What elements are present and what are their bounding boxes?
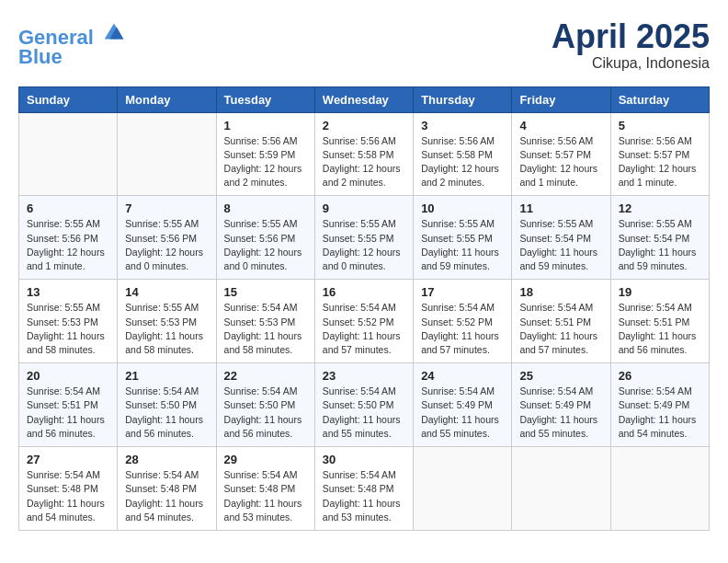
calendar-week-row: 1Sunrise: 5:56 AM Sunset: 5:59 PM Daylig… — [19, 112, 710, 196]
calendar-cell: 12Sunrise: 5:55 AM Sunset: 5:54 PM Dayli… — [610, 196, 709, 280]
calendar-cell: 6Sunrise: 5:55 AM Sunset: 5:56 PM Daylig… — [19, 196, 118, 280]
calendar-cell: 21Sunrise: 5:54 AM Sunset: 5:50 PM Dayli… — [118, 363, 216, 447]
day-number: 24 — [421, 369, 504, 383]
calendar-cell — [19, 112, 118, 196]
calendar-cell: 1Sunrise: 5:56 AM Sunset: 5:59 PM Daylig… — [216, 112, 314, 196]
day-info: Sunrise: 5:54 AM Sunset: 5:51 PM Dayligh… — [27, 385, 109, 441]
day-number: 22 — [224, 369, 307, 383]
day-info: Sunrise: 5:55 AM Sunset: 5:54 PM Dayligh… — [519, 217, 602, 273]
day-info: Sunrise: 5:54 AM Sunset: 5:48 PM Dayligh… — [224, 468, 307, 524]
day-number: 13 — [27, 285, 109, 299]
day-info: Sunrise: 5:55 AM Sunset: 5:56 PM Dayligh… — [27, 217, 109, 273]
calendar-cell: 4Sunrise: 5:56 AM Sunset: 5:57 PM Daylig… — [512, 112, 610, 196]
day-number: 27 — [27, 453, 109, 466]
calendar-cell: 30Sunrise: 5:54 AM Sunset: 5:48 PM Dayli… — [314, 447, 413, 531]
day-number: 11 — [519, 201, 602, 215]
logo: General Blue — [18, 18, 127, 69]
day-number: 29 — [224, 453, 307, 466]
day-number: 6 — [27, 201, 109, 215]
calendar-cell: 10Sunrise: 5:55 AM Sunset: 5:55 PM Dayli… — [414, 196, 512, 280]
calendar-cell — [118, 112, 216, 196]
day-info: Sunrise: 5:56 AM Sunset: 5:57 PM Dayligh… — [519, 134, 602, 190]
calendar-cell: 14Sunrise: 5:55 AM Sunset: 5:53 PM Dayli… — [118, 280, 216, 363]
day-number: 14 — [125, 285, 208, 299]
calendar-header-row: SundayMondayTuesdayWednesdayThursdayFrid… — [19, 86, 710, 112]
day-info: Sunrise: 5:56 AM Sunset: 5:58 PM Dayligh… — [323, 134, 405, 190]
calendar-cell: 2Sunrise: 5:56 AM Sunset: 5:58 PM Daylig… — [314, 112, 413, 196]
day-info: Sunrise: 5:54 AM Sunset: 5:48 PM Dayligh… — [125, 468, 208, 524]
calendar-cell: 25Sunrise: 5:54 AM Sunset: 5:49 PM Dayli… — [512, 363, 610, 447]
calendar-cell: 26Sunrise: 5:54 AM Sunset: 5:49 PM Dayli… — [610, 363, 709, 447]
day-info: Sunrise: 5:55 AM Sunset: 5:53 PM Dayligh… — [125, 301, 208, 357]
logo-icon — [101, 18, 127, 44]
day-info: Sunrise: 5:55 AM Sunset: 5:54 PM Dayligh… — [619, 217, 701, 273]
calendar-cell: 24Sunrise: 5:54 AM Sunset: 5:49 PM Dayli… — [414, 363, 512, 447]
day-number: 21 — [125, 369, 208, 383]
day-info: Sunrise: 5:56 AM Sunset: 5:57 PM Dayligh… — [619, 134, 701, 190]
day-number: 26 — [619, 369, 701, 383]
day-number: 10 — [421, 201, 504, 215]
day-number: 25 — [519, 369, 602, 383]
day-info: Sunrise: 5:54 AM Sunset: 5:50 PM Dayligh… — [125, 385, 208, 441]
calendar-week-row: 6Sunrise: 5:55 AM Sunset: 5:56 PM Daylig… — [19, 196, 710, 280]
day-info: Sunrise: 5:56 AM Sunset: 5:58 PM Dayligh… — [421, 134, 504, 190]
weekday-header: Saturday — [610, 86, 709, 112]
day-info: Sunrise: 5:54 AM Sunset: 5:48 PM Dayligh… — [323, 468, 405, 524]
weekday-header: Wednesday — [314, 86, 413, 112]
day-info: Sunrise: 5:55 AM Sunset: 5:56 PM Dayligh… — [125, 217, 208, 273]
calendar-cell: 8Sunrise: 5:55 AM Sunset: 5:56 PM Daylig… — [216, 196, 314, 280]
calendar-week-row: 13Sunrise: 5:55 AM Sunset: 5:53 PM Dayli… — [19, 280, 710, 363]
day-info: Sunrise: 5:55 AM Sunset: 5:55 PM Dayligh… — [323, 217, 405, 273]
day-number: 12 — [619, 201, 701, 215]
day-number: 9 — [323, 201, 405, 215]
calendar-cell: 5Sunrise: 5:56 AM Sunset: 5:57 PM Daylig… — [610, 112, 709, 196]
calendar-cell: 29Sunrise: 5:54 AM Sunset: 5:48 PM Dayli… — [216, 447, 314, 531]
calendar-cell: 15Sunrise: 5:54 AM Sunset: 5:53 PM Dayli… — [216, 280, 314, 363]
weekday-header: Friday — [512, 86, 610, 112]
calendar-week-row: 20Sunrise: 5:54 AM Sunset: 5:51 PM Dayli… — [19, 363, 710, 447]
day-number: 19 — [619, 285, 701, 299]
calendar-cell: 18Sunrise: 5:54 AM Sunset: 5:51 PM Dayli… — [512, 280, 610, 363]
calendar-cell: 20Sunrise: 5:54 AM Sunset: 5:51 PM Dayli… — [19, 363, 118, 447]
day-number: 30 — [323, 453, 405, 466]
day-info: Sunrise: 5:54 AM Sunset: 5:52 PM Dayligh… — [323, 301, 405, 357]
calendar-cell: 9Sunrise: 5:55 AM Sunset: 5:55 PM Daylig… — [314, 196, 413, 280]
day-number: 8 — [224, 201, 307, 215]
day-info: Sunrise: 5:54 AM Sunset: 5:53 PM Dayligh… — [224, 301, 307, 357]
day-info: Sunrise: 5:54 AM Sunset: 5:49 PM Dayligh… — [519, 385, 602, 441]
calendar-cell — [414, 447, 512, 531]
calendar-cell: 16Sunrise: 5:54 AM Sunset: 5:52 PM Dayli… — [314, 280, 413, 363]
page-header: General Blue April 2025 Cikupa, Indonesi… — [18, 18, 710, 72]
calendar-table: SundayMondayTuesdayWednesdayThursdayFrid… — [18, 86, 710, 531]
day-number: 7 — [125, 201, 208, 215]
day-info: Sunrise: 5:56 AM Sunset: 5:59 PM Dayligh… — [224, 134, 307, 190]
calendar-cell — [512, 447, 610, 531]
day-number: 4 — [519, 119, 602, 132]
day-number: 2 — [323, 119, 405, 132]
day-number: 18 — [519, 285, 602, 299]
day-number: 16 — [323, 285, 405, 299]
calendar-cell: 11Sunrise: 5:55 AM Sunset: 5:54 PM Dayli… — [512, 196, 610, 280]
weekday-header: Sunday — [19, 86, 118, 112]
calendar-cell: 22Sunrise: 5:54 AM Sunset: 5:50 PM Dayli… — [216, 363, 314, 447]
location: Cikupa, Indonesia — [552, 55, 710, 72]
calendar-cell: 23Sunrise: 5:54 AM Sunset: 5:50 PM Dayli… — [314, 363, 413, 447]
day-number: 3 — [421, 119, 504, 132]
calendar-cell — [610, 447, 709, 531]
calendar-cell: 17Sunrise: 5:54 AM Sunset: 5:52 PM Dayli… — [414, 280, 512, 363]
day-info: Sunrise: 5:54 AM Sunset: 5:49 PM Dayligh… — [619, 385, 701, 441]
day-number: 28 — [125, 453, 208, 466]
calendar-cell: 19Sunrise: 5:54 AM Sunset: 5:51 PM Dayli… — [610, 280, 709, 363]
day-number: 5 — [619, 119, 701, 132]
day-number: 17 — [421, 285, 504, 299]
weekday-header: Monday — [118, 86, 216, 112]
month-title: April 2025 — [552, 18, 710, 55]
day-info: Sunrise: 5:54 AM Sunset: 5:50 PM Dayligh… — [224, 385, 307, 441]
day-info: Sunrise: 5:54 AM Sunset: 5:50 PM Dayligh… — [323, 385, 405, 441]
day-info: Sunrise: 5:54 AM Sunset: 5:48 PM Dayligh… — [27, 468, 109, 524]
calendar-cell: 28Sunrise: 5:54 AM Sunset: 5:48 PM Dayli… — [118, 447, 216, 531]
day-number: 1 — [224, 119, 307, 132]
day-info: Sunrise: 5:54 AM Sunset: 5:52 PM Dayligh… — [421, 301, 504, 357]
calendar-week-row: 27Sunrise: 5:54 AM Sunset: 5:48 PM Dayli… — [19, 447, 710, 531]
day-info: Sunrise: 5:54 AM Sunset: 5:51 PM Dayligh… — [619, 301, 701, 357]
